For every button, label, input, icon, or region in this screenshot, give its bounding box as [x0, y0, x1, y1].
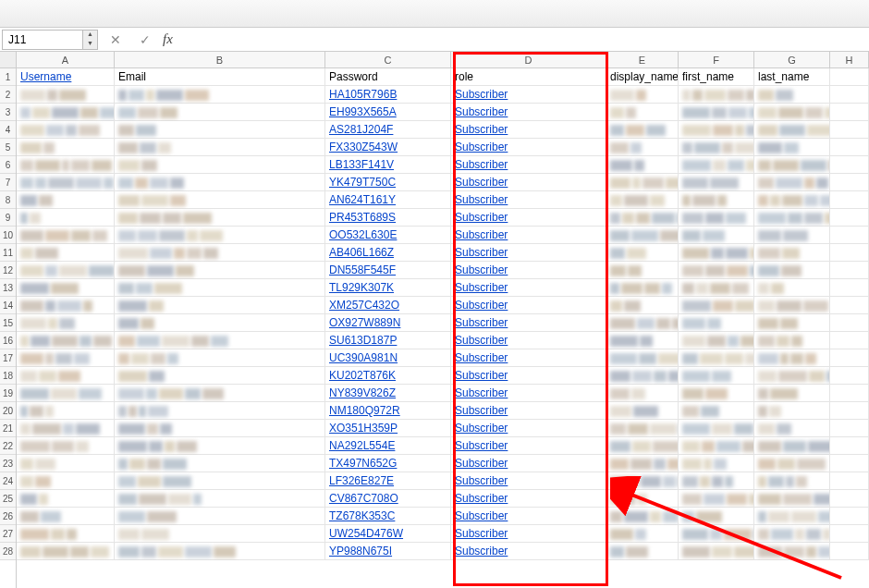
redacted-cell[interactable]: [606, 402, 679, 420]
redacted-cell[interactable]: [115, 455, 325, 472]
redacted-cell[interactable]: [754, 139, 830, 156]
redacted-cell[interactable]: [679, 104, 754, 121]
password-cell[interactable]: AB406L166Z: [325, 244, 451, 262]
redacted-cell[interactable]: [679, 314, 754, 332]
redacted-cell[interactable]: [17, 209, 115, 227]
row-header[interactable]: 10: [0, 227, 16, 244]
password-cell[interactable]: EH993X565A: [325, 104, 451, 121]
redacted-cell[interactable]: [679, 543, 754, 560]
redacted-cell[interactable]: [606, 525, 679, 543]
role-cell[interactable]: Subscriber: [451, 279, 606, 297]
redacted-cell[interactable]: [679, 332, 754, 349]
redacted-cell[interactable]: [606, 121, 679, 139]
column-header-A[interactable]: A: [17, 52, 115, 68]
redacted-cell[interactable]: [17, 174, 115, 191]
redacted-cell[interactable]: [17, 455, 115, 472]
redacted-cell[interactable]: [679, 86, 754, 104]
redacted-cell[interactable]: [115, 139, 325, 156]
redacted-cell[interactable]: [754, 349, 830, 367]
column-header-F[interactable]: F: [679, 52, 754, 68]
password-cell[interactable]: SU613D187P: [325, 332, 451, 349]
redacted-cell[interactable]: [115, 191, 325, 209]
redacted-cell[interactable]: [606, 543, 679, 560]
redacted-cell[interactable]: [115, 174, 325, 191]
redacted-cell[interactable]: [754, 455, 830, 472]
row-header[interactable]: 25: [0, 490, 16, 508]
password-cell[interactable]: TZ678K353C: [325, 508, 451, 525]
redacted-cell[interactable]: [679, 244, 754, 262]
password-cell[interactable]: OX927W889N: [325, 314, 451, 332]
redacted-cell[interactable]: [115, 349, 325, 367]
redacted-cell[interactable]: [17, 420, 115, 437]
redacted-cell[interactable]: [754, 420, 830, 437]
redacted-cell[interactable]: [679, 437, 754, 455]
role-cell[interactable]: Subscriber: [451, 420, 606, 437]
empty-cell[interactable]: [830, 156, 869, 174]
select-all-corner[interactable]: [0, 52, 16, 68]
redacted-cell[interactable]: [115, 437, 325, 455]
row-header[interactable]: 9: [0, 209, 16, 227]
redacted-cell[interactable]: [606, 279, 679, 297]
role-cell[interactable]: Subscriber: [451, 121, 606, 139]
header-cell-D[interactable]: role: [451, 68, 606, 86]
redacted-cell[interactable]: [115, 385, 325, 402]
password-cell[interactable]: AS281J204F: [325, 121, 451, 139]
header-cell-H[interactable]: [830, 68, 869, 86]
redacted-cell[interactable]: [115, 314, 325, 332]
redacted-cell[interactable]: [115, 104, 325, 121]
redacted-cell[interactable]: [606, 349, 679, 367]
redacted-cell[interactable]: [606, 437, 679, 455]
redacted-cell[interactable]: [17, 104, 115, 121]
password-cell[interactable]: XO351H359P: [325, 420, 451, 437]
name-box[interactable]: J11: [2, 30, 83, 50]
redacted-cell[interactable]: [17, 525, 115, 543]
header-cell-A[interactable]: Username: [17, 68, 115, 86]
role-cell[interactable]: Subscriber: [451, 314, 606, 332]
redacted-cell[interactable]: [754, 244, 830, 262]
row-header[interactable]: 16: [0, 332, 16, 349]
password-cell[interactable]: TX497N652G: [325, 455, 451, 472]
row-header[interactable]: 26: [0, 508, 16, 525]
redacted-cell[interactable]: [606, 455, 679, 472]
redacted-cell[interactable]: [115, 297, 325, 314]
redacted-cell[interactable]: [606, 508, 679, 525]
password-cell[interactable]: CV867C708O: [325, 490, 451, 508]
redacted-cell[interactable]: [754, 332, 830, 349]
column-header-E[interactable]: E: [606, 52, 679, 68]
row-header[interactable]: 20: [0, 402, 16, 420]
row-header[interactable]: 5: [0, 139, 16, 156]
redacted-cell[interactable]: [754, 402, 830, 420]
redacted-cell[interactable]: [115, 420, 325, 437]
redacted-cell[interactable]: [754, 314, 830, 332]
redacted-cell[interactable]: [679, 191, 754, 209]
redacted-cell[interactable]: [754, 104, 830, 121]
password-cell[interactable]: OO532L630E: [325, 227, 451, 244]
redacted-cell[interactable]: [679, 420, 754, 437]
redacted-cell[interactable]: [17, 297, 115, 314]
accept-icon[interactable]: ✓: [133, 32, 157, 47]
role-cell[interactable]: Subscriber: [451, 437, 606, 455]
redacted-cell[interactable]: [679, 349, 754, 367]
redacted-cell[interactable]: [115, 279, 325, 297]
row-header[interactable]: 23: [0, 455, 16, 472]
password-cell[interactable]: KU202T876K: [325, 367, 451, 385]
row-header[interactable]: 7: [0, 174, 16, 191]
redacted-cell[interactable]: [17, 367, 115, 385]
role-cell[interactable]: Subscriber: [451, 86, 606, 104]
empty-cell[interactable]: [830, 472, 869, 490]
row-header[interactable]: 19: [0, 385, 16, 402]
redacted-cell[interactable]: [754, 262, 830, 279]
redacted-cell[interactable]: [115, 121, 325, 139]
redacted-cell[interactable]: [606, 262, 679, 279]
role-cell[interactable]: Subscriber: [451, 297, 606, 314]
redacted-cell[interactable]: [679, 227, 754, 244]
column-header-H[interactable]: H: [830, 52, 869, 68]
header-cell-G[interactable]: last_name: [754, 68, 830, 86]
empty-cell[interactable]: [830, 244, 869, 262]
redacted-cell[interactable]: [679, 297, 754, 314]
password-cell[interactable]: DN558F545F: [325, 262, 451, 279]
empty-cell[interactable]: [830, 262, 869, 279]
row-header[interactable]: 18: [0, 367, 16, 385]
empty-cell[interactable]: [830, 455, 869, 472]
redacted-cell[interactable]: [754, 543, 830, 560]
